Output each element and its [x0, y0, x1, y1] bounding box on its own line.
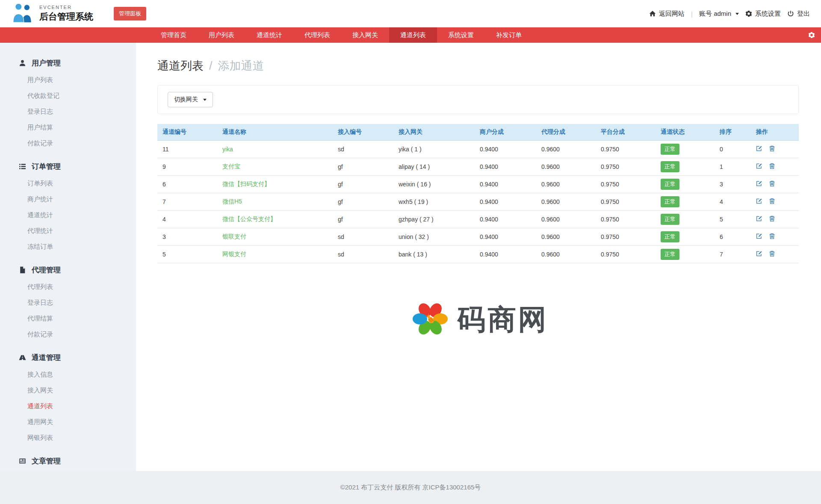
table-row: 3银联支付sdunion ( 32 )0.94000.96000.9750正常6 — [157, 228, 799, 246]
admin-panel-button[interactable]: 管理面板 — [114, 7, 146, 21]
channel-name-link[interactable]: 微信【扫码支付】 — [222, 180, 270, 187]
nav-gear-button[interactable] — [808, 27, 815, 43]
status-badge: 正常 — [661, 144, 679, 155]
copyright-text: ©2021 布丁云支付 版权所有 京ICP备13002165号 — [340, 483, 481, 492]
nav-item-管理首页[interactable]: 管理首页 — [150, 27, 198, 43]
sidebar-section-title[interactable]: 通道管理 — [0, 348, 136, 367]
road-icon — [19, 354, 26, 361]
cell-merchant-share: 0.9400 — [475, 193, 536, 211]
back-site-link[interactable]: 返回网站 — [649, 10, 685, 18]
status-badge: 正常 — [661, 161, 679, 172]
sidebar-item-通用网关[interactable]: 通用网关 — [0, 414, 136, 430]
switch-gateway-dropdown[interactable]: 切换网关 — [168, 92, 213, 107]
nav-item-接入网关[interactable]: 接入网关 — [341, 27, 389, 43]
cell-sort: 0 — [715, 141, 751, 158]
column-header-gateway: 接入网关 — [393, 124, 475, 141]
trash-icon[interactable] — [769, 215, 775, 223]
cell-ops — [751, 176, 799, 193]
cell-ops — [751, 158, 799, 176]
edit-icon[interactable] — [756, 198, 762, 206]
logout-link[interactable]: 登出 — [787, 10, 810, 18]
system-settings-link[interactable]: 系统设置 — [745, 10, 781, 18]
trash-icon[interactable] — [769, 145, 775, 153]
sidebar-item-通道列表[interactable]: 通道列表 — [0, 398, 136, 414]
sidebar-item-付款记录[interactable]: 付款记录 — [0, 136, 136, 151]
sidebar-item-付款记录[interactable]: 付款记录 — [0, 327, 136, 342]
sidebar-item-代理列表[interactable]: 代理列表 — [0, 279, 136, 295]
edit-icon[interactable] — [756, 180, 762, 188]
sidebar-section-title[interactable]: 代理管理 — [0, 261, 136, 279]
add-channel-link[interactable]: 添加通道 — [218, 58, 264, 74]
nav-item-补发订单[interactable]: 补发订单 — [485, 27, 533, 43]
sidebar-item-代收款登记[interactable]: 代收款登记 — [0, 88, 136, 104]
cell-platform-share: 0.9750 — [596, 176, 656, 193]
chevron-down-icon — [735, 13, 739, 15]
toolbar-panel: 切换网关 — [157, 85, 799, 114]
nav-items: 管理首页用户列表通道统计代理列表接入网关通道列表系统设置补发订单 — [150, 27, 533, 43]
edit-icon[interactable] — [756, 251, 762, 258]
sidebar-item-订单列表[interactable]: 订单列表 — [0, 176, 136, 192]
sidebar-item-通道统计[interactable]: 通道统计 — [0, 207, 136, 223]
edit-icon[interactable] — [756, 215, 762, 223]
cell-gateway: wxh5 ( 19 ) — [393, 193, 475, 211]
status-badge: 正常 — [661, 196, 679, 207]
trash-icon[interactable] — [769, 233, 775, 241]
sidebar-item-网银列表[interactable]: 网银列表 — [0, 430, 136, 446]
footer: ©2021 布丁云支付 版权所有 京ICP备13002165号 — [0, 471, 821, 504]
cell-access-code: gf — [333, 176, 393, 193]
cell-merchant-share: 0.9400 — [475, 228, 536, 246]
breadcrumb-separator: / — [209, 59, 213, 73]
cell-sort: 7 — [715, 246, 751, 263]
sidebar-item-商户统计[interactable]: 商户统计 — [0, 192, 136, 207]
trash-icon[interactable] — [769, 198, 775, 206]
sidebar-section-title[interactable]: 订单管理 — [0, 157, 136, 176]
sidebar-item-冻结订单[interactable]: 冻结订单 — [0, 239, 136, 255]
sidebar-item-代理统计[interactable]: 代理统计 — [0, 223, 136, 239]
nav-item-系统设置[interactable]: 系统设置 — [437, 27, 485, 43]
trash-icon[interactable] — [769, 251, 775, 258]
edit-icon[interactable] — [756, 163, 762, 171]
sidebar-item-接入信息[interactable]: 接入信息 — [0, 367, 136, 383]
cell-access-code: sd — [333, 228, 393, 246]
brand-subtitle: EVCENTER — [39, 5, 93, 10]
account-menu[interactable]: 账号 admin — [699, 10, 739, 18]
sidebar-item-接入网关[interactable]: 接入网关 — [0, 383, 136, 398]
edit-icon[interactable] — [756, 233, 762, 241]
cell-sort: 5 — [715, 211, 751, 228]
edit-icon[interactable] — [756, 145, 762, 153]
channel-name-link[interactable]: 网银支付 — [222, 251, 246, 257]
cell-channel-id: 3 — [157, 228, 217, 246]
channel-name-link[interactable]: 微信【公众号支付】 — [222, 215, 276, 222]
sidebar-item-用户结算[interactable]: 用户结算 — [0, 120, 136, 136]
nav-item-代理列表[interactable]: 代理列表 — [293, 27, 341, 43]
column-header-agent_share: 代理分成 — [536, 124, 596, 141]
nav-item-通道列表[interactable]: 通道列表 — [389, 27, 437, 43]
cell-sort: 1 — [715, 158, 751, 176]
cell-merchant-share: 0.9400 — [475, 176, 536, 193]
sidebar-section: 通道管理接入信息接入网关通道列表通用网关网银列表 — [0, 348, 136, 446]
trash-icon[interactable] — [769, 163, 775, 171]
channel-name-link[interactable]: 银联支付 — [222, 233, 246, 240]
sidebar-item-用户列表[interactable]: 用户列表 — [0, 72, 136, 88]
cell-gateway: yika ( 1 ) — [393, 141, 475, 158]
watermark-text: 码商网 — [458, 301, 549, 339]
cell-access-code: sd — [333, 246, 393, 263]
cell-agent-share: 0.9600 — [536, 228, 596, 246]
cell-channel-id: 6 — [157, 176, 217, 193]
sidebar-section-title[interactable]: 文章管理 — [0, 452, 136, 470]
sidebar-item-代理结算[interactable]: 代理结算 — [0, 311, 136, 327]
account-label: 账号 admin — [699, 10, 731, 18]
nav-item-通道统计[interactable]: 通道统计 — [245, 27, 293, 43]
channel-name-link[interactable]: 微信H5 — [222, 198, 242, 205]
sidebar-item-登录日志[interactable]: 登录日志 — [0, 295, 136, 311]
page-title: 通道列表 — [157, 58, 204, 74]
user-icon — [19, 59, 26, 67]
cell-platform-share: 0.9750 — [596, 246, 656, 263]
cell-platform-share: 0.9750 — [596, 193, 656, 211]
trash-icon[interactable] — [769, 180, 775, 188]
sidebar-item-登录日志[interactable]: 登录日志 — [0, 104, 136, 120]
nav-item-用户列表[interactable]: 用户列表 — [198, 27, 245, 43]
channel-name-link[interactable]: yika — [222, 146, 233, 153]
sidebar-section-title[interactable]: 用户管理 — [0, 54, 136, 72]
channel-name-link[interactable]: 支付宝 — [222, 163, 240, 170]
